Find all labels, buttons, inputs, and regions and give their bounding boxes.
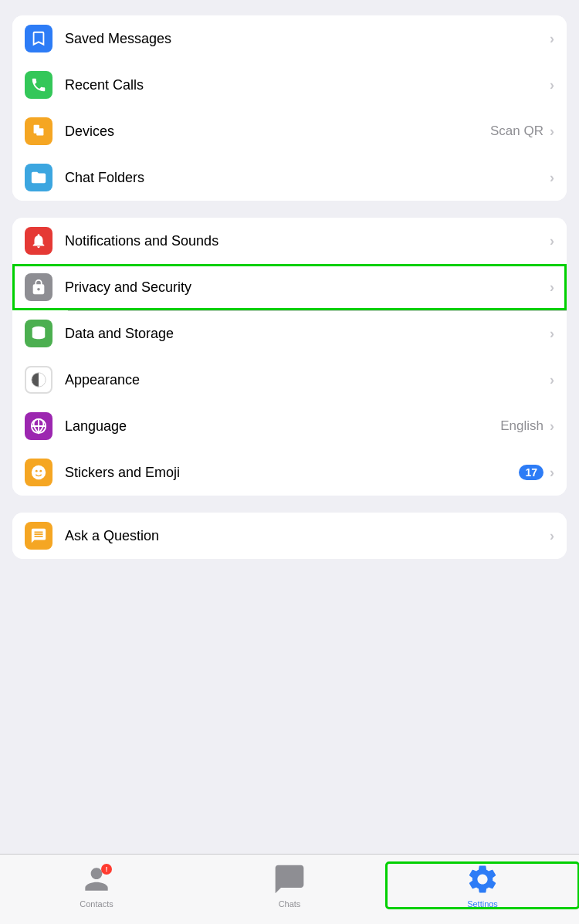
saved-messages-right: › bbox=[547, 31, 554, 47]
settings-row-recent-calls[interactable]: Recent Calls› bbox=[12, 62, 567, 108]
stickers-emoji-label: Stickers and Emoji bbox=[65, 465, 519, 481]
devices-right-text: Scan QR bbox=[490, 124, 543, 139]
phone-icon bbox=[25, 71, 52, 99]
language-right-text: English bbox=[500, 418, 543, 434]
tab-chats[interactable]: Chats bbox=[193, 862, 386, 909]
settings-row-stickers-emoji[interactable]: Stickers and Emoji17› bbox=[12, 449, 567, 496]
svg-point-8 bbox=[36, 470, 38, 472]
settings-tab-label: Settings bbox=[467, 899, 498, 909]
settings-row-notifications[interactable]: Notifications and Sounds› bbox=[12, 218, 567, 264]
settings-group-2: Notifications and Sounds›Privacy and Sec… bbox=[12, 218, 567, 496]
data-storage-chevron: › bbox=[550, 326, 554, 342]
notifications-right: › bbox=[547, 233, 554, 249]
contacts-tab-icon: ! bbox=[80, 862, 113, 896]
data-storage-label: Data and Storage bbox=[65, 326, 547, 342]
settings-row-data-storage[interactable]: Data and Storage› bbox=[12, 310, 567, 357]
svg-point-9 bbox=[39, 470, 42, 472]
globe-icon bbox=[25, 412, 52, 440]
chats-tab-icon bbox=[273, 862, 306, 896]
stickers-emoji-chevron: › bbox=[550, 465, 554, 481]
halfcircle-icon bbox=[25, 366, 52, 394]
data-storage-right: › bbox=[547, 326, 554, 342]
content-area: Saved Messages›Recent Calls›DevicesScan … bbox=[0, 0, 579, 854]
tab-contacts[interactable]: !Contacts bbox=[0, 862, 193, 909]
notifications-label: Notifications and Sounds bbox=[65, 233, 547, 249]
language-right: English› bbox=[500, 418, 554, 435]
settings-row-ask-question[interactable]: Ask a Question› bbox=[12, 513, 567, 559]
settings-tab-icon bbox=[466, 862, 499, 896]
privacy-security-label: Privacy and Security bbox=[65, 279, 547, 296]
svg-rect-1 bbox=[36, 128, 43, 135]
settings-row-appearance[interactable]: Appearance› bbox=[12, 357, 567, 403]
saved-messages-label: Saved Messages bbox=[65, 31, 547, 47]
chats-tab-label: Chats bbox=[279, 899, 301, 909]
folder-icon bbox=[25, 164, 52, 191]
settings-row-chat-folders[interactable]: Chat Folders› bbox=[12, 154, 567, 201]
devices-label: Devices bbox=[65, 124, 490, 140]
settings-group-3: Ask a Question› bbox=[12, 513, 567, 559]
devices-icon bbox=[25, 117, 52, 145]
privacy-security-chevron: › bbox=[550, 279, 554, 296]
sticker-icon bbox=[25, 459, 52, 486]
settings-row-privacy-security[interactable]: Privacy and Security› bbox=[12, 264, 567, 310]
language-chevron: › bbox=[550, 418, 554, 435]
chat-folders-chevron: › bbox=[550, 170, 554, 186]
contacts-tab-label: Contacts bbox=[80, 899, 113, 909]
recent-calls-right: › bbox=[547, 77, 554, 93]
stickers-emoji-right: 17› bbox=[519, 465, 554, 481]
language-label: Language bbox=[65, 418, 500, 435]
appearance-chevron: › bbox=[550, 372, 554, 388]
recent-calls-chevron: › bbox=[550, 77, 554, 93]
tab-bar: !ContactsChatsSettings bbox=[0, 854, 579, 924]
chat-folders-right: › bbox=[547, 170, 554, 186]
settings-row-language[interactable]: LanguageEnglish› bbox=[12, 403, 567, 449]
notifications-chevron: › bbox=[550, 233, 554, 249]
stickers-emoji-badge: 17 bbox=[519, 465, 543, 480]
contacts-badge: ! bbox=[101, 864, 112, 875]
ask-question-right: › bbox=[547, 528, 554, 544]
lock-icon bbox=[25, 273, 52, 301]
svg-point-7 bbox=[32, 465, 46, 479]
settings-row-devices[interactable]: DevicesScan QR› bbox=[12, 108, 567, 154]
tab-settings[interactable]: Settings bbox=[386, 862, 579, 909]
settings-row-saved-messages[interactable]: Saved Messages› bbox=[12, 15, 567, 62]
devices-chevron: › bbox=[550, 124, 554, 140]
privacy-security-right: › bbox=[547, 279, 554, 296]
recent-calls-label: Recent Calls bbox=[65, 77, 547, 93]
bookmark-icon bbox=[25, 25, 52, 52]
appearance-label: Appearance bbox=[65, 372, 547, 388]
database-icon bbox=[25, 320, 52, 347]
chat-folders-label: Chat Folders bbox=[65, 170, 547, 186]
appearance-right: › bbox=[547, 372, 554, 388]
ask-question-label: Ask a Question bbox=[65, 528, 547, 544]
bell-icon bbox=[25, 227, 52, 255]
saved-messages-chevron: › bbox=[550, 31, 554, 47]
settings-group-1: Saved Messages›Recent Calls›DevicesScan … bbox=[12, 15, 567, 201]
chat-icon bbox=[25, 522, 52, 550]
devices-right: Scan QR› bbox=[490, 124, 554, 140]
ask-question-chevron: › bbox=[550, 528, 554, 544]
